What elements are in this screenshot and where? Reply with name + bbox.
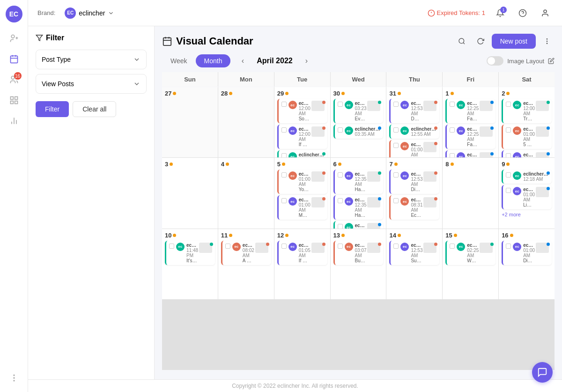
sidebar-item-analytics[interactable] <box>6 112 22 129</box>
tab-month[interactable]: Month <box>196 54 231 67</box>
brand-selector[interactable]: EC eclincher <box>61 6 118 21</box>
post-card[interactable]: ececlincher (P...12:00 AMIf you're a bus… <box>277 125 327 149</box>
post-card[interactable]: ececlincher (...01:05 AMIf you're an e..… <box>277 241 327 265</box>
post-checkbox[interactable] <box>393 127 399 133</box>
post-checkbox[interactable] <box>281 198 287 203</box>
image-layout-switch[interactable] <box>487 56 503 66</box>
chat-bubble[interactable] <box>532 362 553 383</box>
calendar-cell-7[interactable]: 7ececlincher (P...12:53 AMDid you know .… <box>386 158 442 228</box>
calendar-cell-29[interactable]: 29ececlincher12:00 AMSocial Custom...ece… <box>274 87 330 157</box>
post-card[interactable]: ececlincher (P...12:35 AMHave you ever..… <box>333 170 384 194</box>
post-card[interactable]: ececlincher_s...03:23 AMEver wondered... <box>333 99 384 123</box>
clear-all-button[interactable]: Clear all <box>73 101 116 117</box>
calendar-cell-9[interactable]: 9ececlincher_s...12:18 AMececlincher (P.… <box>499 158 555 228</box>
post-card[interactable]: ececlincher_s...03:35 AM <box>333 125 384 139</box>
post-checkbox[interactable] <box>450 153 455 157</box>
calendar-cell-3[interactable]: 3 <box>162 158 218 228</box>
post-checkbox[interactable] <box>225 244 230 249</box>
calendar-cell-13[interactable]: 13ececlincher03:07 AMBuilding An Int... <box>331 229 386 299</box>
post-checkbox[interactable] <box>506 244 511 249</box>
post-checkbox[interactable] <box>393 198 399 203</box>
post-checkbox[interactable] <box>393 143 399 148</box>
sidebar-item-layout[interactable] <box>6 92 22 109</box>
calendar-cell-31[interactable]: 31ececlincher (P...12:53 AMDTC brands ar… <box>386 87 442 157</box>
post-card[interactable]: ececlincher (P...01:00 AMWant to reach .… <box>502 150 552 157</box>
post-card[interactable]: ececlincher (P...12:53 AMDTC brands ar..… <box>389 99 439 123</box>
sidebar-item-calendar[interactable] <box>6 51 22 67</box>
calendar-cell-6[interactable]: 6ececlincher (P...12:35 AMHave you ever.… <box>331 158 386 228</box>
post-card[interactable]: ececlincher_s...12:18 AM <box>502 170 552 184</box>
post-card[interactable]: ececlincher12:00 AMSocial Custom... <box>277 99 327 123</box>
post-card[interactable]: ececlincher (P...12:53 AMSuccessfully (.… <box>389 241 439 265</box>
user-profile-icon[interactable] <box>538 6 553 21</box>
view-posts-filter[interactable]: View Posts <box>36 74 147 94</box>
post-checkbox[interactable] <box>393 172 399 178</box>
post-card[interactable]: ececlincher (P...12:25 AMFacebook has... <box>445 150 495 157</box>
post-checkbox[interactable] <box>281 102 287 107</box>
post-checkbox[interactable] <box>506 153 511 157</box>
post-checkbox[interactable] <box>506 127 511 133</box>
notifications-icon[interactable]: 1 <box>493 6 508 21</box>
post-card[interactable]: ececlincher03:07 AMBuilding An Int... <box>333 241 384 265</box>
post-checkbox[interactable] <box>281 172 287 178</box>
post-checkbox[interactable] <box>393 102 399 107</box>
help-icon[interactable] <box>515 6 530 21</box>
calendar-cell-15[interactable]: 15ececlincher_s...02:25 AMWe hear you ..… <box>443 229 498 299</box>
post-checkbox[interactable] <box>338 172 343 178</box>
post-checkbox[interactable] <box>506 172 511 178</box>
post-card[interactable]: ececlincher_s...02:25 AMWe hear you ... <box>445 241 495 265</box>
post-card[interactable]: ececlincher (...12:25 AMFacebook has... <box>445 125 495 149</box>
post-checkbox[interactable] <box>338 244 343 249</box>
post-card[interactable]: ececlincher01:00 AM5 Ways ECom... <box>502 125 552 149</box>
calendar-cell-4[interactable]: 4 <box>218 158 274 228</box>
calendar-cell-27[interactable]: 27 <box>162 87 218 157</box>
calendar-cell-16[interactable]: 16ececlincher (P...01:00 AMDid you know … <box>499 229 555 299</box>
post-checkbox[interactable] <box>506 102 511 107</box>
calendar-cell-1[interactable]: 1ececlincher_s...12:25 AMFacebook has...… <box>443 87 498 157</box>
calendar-cell-5[interactable]: 5ececlincher01:00 AMYouTube Sugg...ececl… <box>274 158 330 228</box>
calendar-cell-14[interactable]: 14ececlincher (P...12:53 AMSuccessfully … <box>386 229 442 299</box>
calendar-cell-30[interactable]: 30ececlincher_s...03:23 AMEver wondered.… <box>331 87 386 157</box>
post-card[interactable]: ececlincher08:02 AMA Beginner's ... <box>221 241 271 265</box>
calendar-cell-8[interactable]: 8 <box>443 158 498 228</box>
next-month-button[interactable]: › <box>300 54 313 67</box>
edit-layout-icon[interactable] <box>548 58 555 64</box>
tab-week[interactable]: Week <box>162 54 196 67</box>
sidebar-item-more[interactable] <box>6 370 22 386</box>
app-logo[interactable]: EC <box>6 6 22 22</box>
more-options-icon[interactable] <box>540 34 555 49</box>
post-type-filter[interactable]: Post Type <box>36 50 147 69</box>
filter-button[interactable]: Filter <box>36 101 69 117</box>
post-card[interactable]: ececlincher (P...01:00 AMMove over To... <box>277 195 327 220</box>
calendar-cell-28[interactable]: 28 <box>218 87 274 157</box>
prev-month-button[interactable]: ‹ <box>236 54 249 67</box>
more-posts-button[interactable]: +2 more <box>502 211 552 218</box>
post-checkbox[interactable] <box>506 188 511 193</box>
post-card[interactable]: ececlincher (P...01:00 AMDid you know ..… <box>502 241 552 265</box>
calendar-refresh-icon[interactable] <box>473 34 488 49</box>
calendar-cell-12[interactable]: 12ececlincher (...01:05 AMIf you're an e… <box>274 229 330 299</box>
post-card[interactable]: ececlincher_s...12:25 AMFacebook has... <box>445 99 495 123</box>
calendar-search-icon[interactable] <box>454 34 469 49</box>
post-card[interactable]: ececlincher01:00 AMYouTube Sugg... <box>277 170 327 194</box>
post-checkbox[interactable] <box>393 244 399 249</box>
post-checkbox[interactable] <box>281 244 287 249</box>
post-card[interactable]: ececlincher (P...01:00 AMLinkedIn, the .… <box>502 185 552 209</box>
post-card[interactable]: ececlincher_s...12:35 AMHave you ever... <box>333 221 384 228</box>
post-card[interactable]: ececlincher_s...12:55 AM <box>389 125 439 139</box>
post-checkbox[interactable] <box>450 244 455 249</box>
post-checkbox[interactable] <box>338 224 343 228</box>
post-card[interactable]: ececlincher01:00 AMA Smart Mark... <box>389 140 439 157</box>
sidebar-item-users[interactable]: 16 <box>6 71 22 88</box>
calendar-cell-2[interactable]: 2ececlincher_s...12:00 AMTrue or False?e… <box>499 87 555 157</box>
post-checkbox[interactable] <box>450 127 455 133</box>
post-card[interactable]: ececlincher (...12:35 AMHave you ever... <box>333 195 384 220</box>
post-checkbox[interactable] <box>338 127 343 133</box>
post-checkbox[interactable] <box>169 244 174 249</box>
post-card[interactable]: ececlincher_s...11:48 PMIt's a customer.… <box>165 241 215 265</box>
post-card[interactable]: ececlincher_s...05:10 AM <box>277 150 327 157</box>
calendar-cell-11[interactable]: 11ececlincher08:02 AMA Beginner's ... <box>218 229 274 299</box>
post-card[interactable]: ececlincher (P...12:53 AMDid you know ..… <box>389 170 439 194</box>
expired-tokens[interactable]: Expired Tokens: 1 <box>428 9 486 17</box>
calendar-cell-10[interactable]: 10ececlincher_s...11:48 PMIt's a custome… <box>162 229 218 299</box>
